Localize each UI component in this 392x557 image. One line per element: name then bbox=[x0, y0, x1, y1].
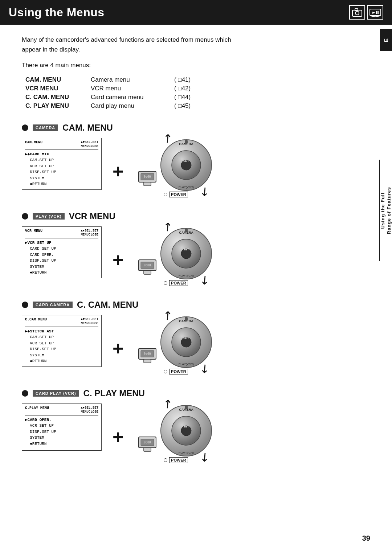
power-row-1: POWER bbox=[164, 192, 188, 197]
svg-rect-49 bbox=[185, 406, 188, 409]
bullet-icon-3 bbox=[22, 302, 28, 308]
cam-menu-item-1: CAM.SET UP bbox=[25, 157, 98, 163]
badge-camera: CAMERA bbox=[33, 124, 58, 131]
cam-menu-controls: 0:00 ↗ ↗ bbox=[138, 138, 213, 192]
section-vcr-menu-body: VCR MENU ▲▼SEL.SETMENUCLOSE ▶VCR SET UP … bbox=[22, 226, 370, 286]
cam-menu-screen-header: CAM.MENU ▲▼SEL.SETMENUCLOSE bbox=[25, 140, 98, 150]
section-c-cam-menu-body: C.CAM MENU ▲▼SEL.SETMENUCLOSE ▶◆STITCH A… bbox=[22, 315, 370, 374]
vcr-menu-item-2: CARD OPER. bbox=[25, 252, 98, 258]
c-play-menu-item-0: ▶CARD OPER. bbox=[25, 417, 98, 423]
section-cam-menu-title: CAM. MENU bbox=[62, 123, 113, 133]
viewfinder-icon-3: 0:00 bbox=[138, 348, 157, 366]
dial-icon-4: ↗ ↗ bbox=[159, 404, 213, 458]
svg-rect-5 bbox=[377, 11, 379, 14]
c-play-menu-screen: C.PLAY MENU ▲▼SEL.SETMENUCLOSE ▶CARD OPE… bbox=[22, 404, 102, 451]
dial-icon-1: ↗ ↗ bbox=[159, 138, 213, 192]
svg-text:SET: SET bbox=[184, 248, 189, 251]
dial-icon-2: ↗ ↗ bbox=[159, 226, 213, 281]
svg-rect-38 bbox=[185, 317, 188, 321]
badge-card-camera: CARD CAMERA bbox=[33, 302, 73, 308]
section-c-cam-menu-title: C. CAM. MENU bbox=[77, 300, 138, 310]
viewfinder-icon-4: 0:00 bbox=[138, 436, 157, 454]
power-row-2: POWER bbox=[164, 280, 188, 286]
vcr-menu-screen-header: VCR MENU ▲▼SEL.SETMENUCLOSE bbox=[25, 229, 98, 238]
intro-line1: Many of the camcorder's advanced functio… bbox=[22, 35, 370, 54]
section-c-play-menu: CARD PLAY (VCR) C. PLAY MENU C.PLAY MENU… bbox=[22, 388, 370, 463]
svg-rect-29 bbox=[144, 359, 151, 363]
power-dot-3 bbox=[164, 370, 167, 373]
c-play-menu-screen-header: C.PLAY MENU ▲▼SEL.SETMENUCLOSE bbox=[25, 406, 98, 415]
c-cam-menu-item-0: ▶◆STITCH AST bbox=[25, 328, 98, 335]
bullet-icon bbox=[22, 124, 28, 131]
svg-rect-4 bbox=[376, 11, 377, 14]
camera-icon-1 bbox=[349, 5, 365, 20]
cam-menu-item-0: ▶◆CARD MIX bbox=[25, 151, 98, 157]
menu-list-item: C. CAM. MENU Card camera menu ( □44) bbox=[25, 94, 370, 101]
c-play-menu-item-1: VCR SET UP bbox=[25, 423, 98, 429]
vcr-menu-item-0: ▶VCR SET UP bbox=[25, 240, 98, 246]
menu-list: CAM. MENU Camera menu ( □41) VCR MENU VC… bbox=[25, 76, 370, 110]
vcr-menu-screen: VCR MENU ▲▼SEL.SETMENUCLOSE ▶VCR SET UP … bbox=[22, 226, 102, 278]
section-c-cam-menu-header: CARD CAMERA C. CAM. MENU bbox=[22, 300, 370, 310]
power-row-3: POWER bbox=[164, 369, 188, 374]
svg-text:PLAY(VCR): PLAY(VCR) bbox=[179, 451, 194, 454]
bullet-icon-4 bbox=[22, 390, 28, 397]
power-dot-2 bbox=[164, 281, 167, 285]
svg-rect-7 bbox=[144, 182, 151, 186]
c-play-menu-item-4: ◆RETURN bbox=[25, 441, 98, 447]
svg-point-1 bbox=[355, 11, 359, 15]
vcr-menu-item-3: DISP.SET UP bbox=[25, 258, 98, 264]
viewfinder-icon: 0:00 bbox=[138, 171, 157, 189]
power-dot-1 bbox=[164, 193, 167, 196]
sidebar-label: Using the Full Range of Features bbox=[380, 184, 392, 237]
vcr-menu-dial: 0:00 ↗ ↗ bbox=[138, 226, 213, 286]
plus-sign-2: + bbox=[113, 249, 123, 271]
svg-rect-2 bbox=[355, 9, 358, 11]
c-cam-menu-item-2: VCR SET UP bbox=[25, 340, 98, 347]
c-play-menu-controls: 0:00 ↗ ↗ bbox=[138, 404, 213, 458]
title-icons bbox=[349, 5, 383, 20]
c-play-menu-dial: 0:00 ↗ ↗ bbox=[138, 404, 213, 463]
section-c-play-menu-body: C.PLAY MENU ▲▼SEL.SETMENUCLOSE ▶CARD OPE… bbox=[22, 404, 370, 463]
cam-menu-screen: CAM.MENU ▲▼SEL.SETMENUCLOSE ▶◆CARD MIX C… bbox=[22, 138, 102, 190]
vcr-icon bbox=[367, 5, 383, 20]
c-cam-menu-screen: C.CAM MENU ▲▼SEL.SETMENUCLOSE ▶◆STITCH A… bbox=[22, 315, 102, 367]
svg-text:0:00: 0:00 bbox=[144, 441, 151, 444]
vcr-menu-item-4: SYSTEM bbox=[25, 264, 98, 270]
plus-sign-4: + bbox=[113, 426, 123, 448]
section-tab-e: E bbox=[380, 29, 392, 51]
cam-menu-item-4: SYSTEM bbox=[25, 175, 98, 181]
plus-sign-3: + bbox=[113, 337, 123, 359]
c-cam-menu-controls: 0:00 ↗ ↗ bbox=[138, 315, 213, 369]
section-c-cam-menu: CARD CAMERA C. CAM. MENU C.CAM MENU ▲▼SE… bbox=[22, 300, 370, 374]
c-cam-menu-item-4: SYSTEM bbox=[25, 352, 98, 359]
vcr-menu-controls: 0:00 ↗ ↗ bbox=[138, 226, 213, 281]
svg-text:PLAY(VCR): PLAY(VCR) bbox=[179, 185, 194, 189]
svg-text:0:00: 0:00 bbox=[144, 175, 151, 179]
section-cam-menu: CAMERA CAM. MENU CAM.MENU ▲▼SEL.SETMENUC… bbox=[22, 123, 370, 197]
c-cam-menu-screen-header: C.CAM MENU ▲▼SEL.SETMENUCLOSE bbox=[25, 318, 98, 327]
vcr-menu-item-5: ◆RETURN bbox=[25, 270, 98, 276]
svg-text:PLAY(VCR): PLAY(VCR) bbox=[179, 363, 194, 366]
badge-play-vcr: PLAY (VCR) bbox=[33, 213, 65, 220]
c-cam-menu-item-5: ◆RETURN bbox=[25, 358, 98, 364]
menu-list-item: VCR MENU VCR menu ( □42) bbox=[25, 85, 370, 92]
svg-text:0:00: 0:00 bbox=[144, 264, 151, 267]
right-sidebar: Using the Full Range of Features bbox=[379, 160, 392, 261]
page-number: 39 bbox=[362, 534, 370, 542]
power-label-4: POWER bbox=[169, 457, 188, 463]
svg-rect-18 bbox=[144, 271, 151, 274]
c-play-menu-item-3: SYSTEM bbox=[25, 435, 98, 441]
section-vcr-menu-title: VCR MENU bbox=[69, 211, 115, 221]
sub-intro: There are 4 main menus: bbox=[22, 62, 370, 69]
c-cam-menu-item-3: DISP.SET UP bbox=[25, 346, 98, 352]
section-c-play-menu-header: CARD PLAY (VCR) C. PLAY MENU bbox=[22, 388, 370, 398]
svg-rect-3 bbox=[370, 9, 381, 16]
svg-text:SET: SET bbox=[184, 336, 189, 340]
cam-menu-item-5: ◆RETURN bbox=[25, 181, 98, 187]
svg-rect-27 bbox=[185, 229, 188, 232]
section-cam-menu-body: CAM.MENU ▲▼SEL.SETMENUCLOSE ▶◆CARD MIX C… bbox=[22, 138, 370, 197]
c-cam-menu-dial: 0:00 ↗ ↗ bbox=[138, 315, 213, 374]
power-label-2: POWER bbox=[169, 280, 188, 286]
svg-text:SET: SET bbox=[184, 159, 189, 163]
